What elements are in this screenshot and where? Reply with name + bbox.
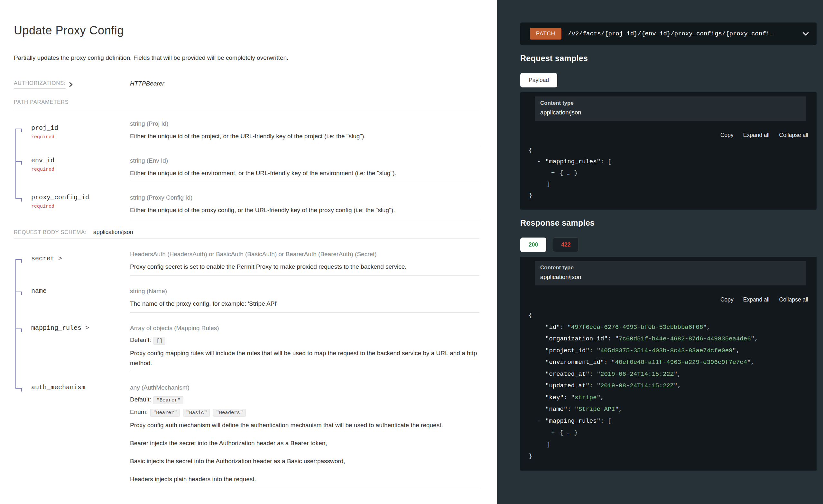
code-line: -"mapping_rules": [ xyxy=(529,156,808,168)
expand-toggle[interactable]: + xyxy=(551,427,559,439)
request-code-actions: CopyExpand allCollapse all xyxy=(529,132,808,139)
expand-all-action[interactable]: Expand all xyxy=(743,132,770,138)
copy-action[interactable]: Copy xyxy=(720,296,733,303)
json-string: 40ef0e48-a11f-4963-a229-e396c9f7e7c4 xyxy=(615,359,747,366)
parameter-description: Proxy config auth mechanism will define … xyxy=(130,420,479,430)
doc-panel: Update Proxy Config Partially updates th… xyxy=(0,0,497,504)
content-type-value: application/json xyxy=(540,108,801,116)
code-line: "project_id": "405d8375-3514-403b-8c43-8… xyxy=(529,345,808,357)
response-samples-tabs: 200422 xyxy=(520,238,817,252)
enum-label: Enum: xyxy=(130,409,148,415)
parameter-name[interactable]: mapping_rules > xyxy=(31,324,89,332)
chevron-right-icon[interactable]: > xyxy=(81,324,89,332)
code-line: +{ … } xyxy=(529,168,808,179)
request-code-sample: {-"mapping_rules": [+{ … }]} xyxy=(529,145,808,201)
code-line: "updated_at": "2019-08-24T14:15:22Z", xyxy=(529,380,808,392)
tab-200[interactable]: 200 xyxy=(520,238,546,252)
parameter-definition: any (AuthMechanism)Default:"Bearer"Enum:… xyxy=(130,372,479,488)
code-line: "id": "497f6eca-6276-4993-bfeb-53cbbbba6… xyxy=(529,321,808,333)
chevron-down-icon[interactable] xyxy=(798,32,809,36)
json-key: "environment_id" xyxy=(545,359,604,366)
path-parameters-header: PATH PARAMETERS xyxy=(14,99,479,108)
request-body-content-type: application/json xyxy=(93,229,133,235)
json-punctuation: ", xyxy=(751,335,758,342)
collapse-toggle[interactable]: - xyxy=(537,415,545,427)
json-key: "organization_id" xyxy=(545,335,608,342)
json-punctuation: { … } xyxy=(559,170,578,177)
json-string: 405d8375-3514-403b-8c43-83ae74cfe0e9 xyxy=(600,347,732,354)
parameter-row-auth_mechanism: auth_mechanismany (AuthMechanism)Default… xyxy=(14,372,479,488)
path-parameters-table: proj_idrequiredstring (Proj Id)Either th… xyxy=(14,108,479,219)
default-value-row: Default:"Bearer" xyxy=(130,395,479,405)
json-punctuation: : " xyxy=(564,394,574,401)
enum-value-badge: "Basic" xyxy=(183,409,210,417)
parameter-name[interactable]: secret > xyxy=(31,255,62,262)
json-punctuation: : " xyxy=(590,370,600,378)
parameter-name-cell: secret > xyxy=(14,239,130,276)
parameter-name-cell: proj_idrequired xyxy=(14,108,130,145)
authorizations-label-wrap: AUTHORIZATIONS: xyxy=(14,80,130,89)
json-punctuation: ", xyxy=(703,324,710,331)
required-label: required xyxy=(31,204,124,209)
json-punctuation: : [ xyxy=(600,158,611,165)
default-label: Default: xyxy=(130,336,151,343)
json-string: 7c60d51f-b44e-4682-87d6-449835ea4de6 xyxy=(619,335,751,342)
json-punctuation: ", xyxy=(674,382,681,389)
json-punctuation: ", xyxy=(732,347,740,354)
parameter-type: string (Proj Id) xyxy=(130,119,479,129)
json-punctuation: : " xyxy=(590,382,600,389)
endpoint-path: /v2/facts/{proj_id}/{env_id}/proxy_confi… xyxy=(568,30,774,37)
parameter-description: Either the unique id of the environment,… xyxy=(130,168,479,178)
parameter-type: string (Name) xyxy=(130,286,479,296)
response-content-type-box[interactable]: Content type application/json xyxy=(535,261,806,285)
required-label: required xyxy=(31,135,124,140)
json-string: 497f6eca-6276-4993-bfeb-53cbbbba6f08 xyxy=(571,324,703,331)
collapse-all-action[interactable]: Collapse all xyxy=(779,132,808,138)
code-line: ] xyxy=(529,439,808,451)
code-line: { xyxy=(529,145,808,156)
json-punctuation: { xyxy=(529,147,532,154)
parameter-row-proxy_config_id: proxy_config_idrequiredstring (Proxy Con… xyxy=(14,182,479,219)
code-line: } xyxy=(529,190,808,201)
json-punctuation: } xyxy=(529,453,532,460)
enum-values-row: Enum:"Bearer""Basic""Headers" xyxy=(130,407,479,418)
json-key: "project_id" xyxy=(545,347,590,354)
tab-payload[interactable]: Payload xyxy=(520,73,557,87)
collapse-toggle[interactable]: - xyxy=(537,156,545,168)
parameter-definition: string (Proj Id)Either the unique id of … xyxy=(130,108,479,145)
parameter-name-cell: mapping_rules > xyxy=(14,313,130,372)
parameter-description: Either the unique id of the proxy config… xyxy=(130,205,479,215)
chevron-right-icon[interactable] xyxy=(69,82,73,87)
json-punctuation: } xyxy=(529,192,532,199)
code-line: "key": "stripe", xyxy=(529,392,808,404)
response-samples-heading: Response samples xyxy=(520,218,817,228)
parameter-type: string (Proxy Config Id) xyxy=(130,193,479,203)
endpoint-dropdown[interactable]: PATCH /v2/facts/{proj_id}/{env_id}/proxy… xyxy=(520,22,817,45)
authorization-scheme-link[interactable]: HTTPBearer xyxy=(130,80,164,87)
collapse-all-action[interactable]: Collapse all xyxy=(779,296,808,303)
expand-all-action[interactable]: Expand all xyxy=(743,296,770,303)
json-key: "mapping_rules" xyxy=(545,158,600,165)
parameter-type: Array of objects (Mapping Rules) xyxy=(130,323,479,333)
page-title: Update Proxy Config xyxy=(14,23,479,38)
endpoint-description: Partially updates the proxy config defin… xyxy=(14,53,479,62)
json-punctuation: { … } xyxy=(559,429,578,436)
json-punctuation: ", xyxy=(597,394,604,401)
json-key: "created_at" xyxy=(545,370,590,378)
json-punctuation: ", xyxy=(615,406,623,413)
content-type-value: application/json xyxy=(540,273,801,281)
parameter-row-name: namestring (Name)The name of the proxy c… xyxy=(14,276,479,313)
chevron-right-icon[interactable]: > xyxy=(54,255,62,262)
copy-action[interactable]: Copy xyxy=(720,132,733,138)
expand-toggle[interactable]: + xyxy=(551,168,559,179)
path-parameters-label: PATH PARAMETERS xyxy=(14,99,69,105)
tab-422[interactable]: 422 xyxy=(553,238,579,252)
parameter-name-cell: env_idrequired xyxy=(14,145,130,182)
json-string: stripe xyxy=(574,394,597,401)
request-content-type-box[interactable]: Content type application/json xyxy=(535,96,806,121)
parameter-definition: string (Env Id)Either the unique id of t… xyxy=(130,145,479,182)
request-body-schema-header: REQUEST BODY SCHEMA: application/json xyxy=(14,229,479,239)
json-punctuation: ", xyxy=(674,370,681,378)
authorizations-row: AUTHORIZATIONS: HTTPBearer xyxy=(14,80,479,89)
json-punctuation: { xyxy=(529,312,532,319)
